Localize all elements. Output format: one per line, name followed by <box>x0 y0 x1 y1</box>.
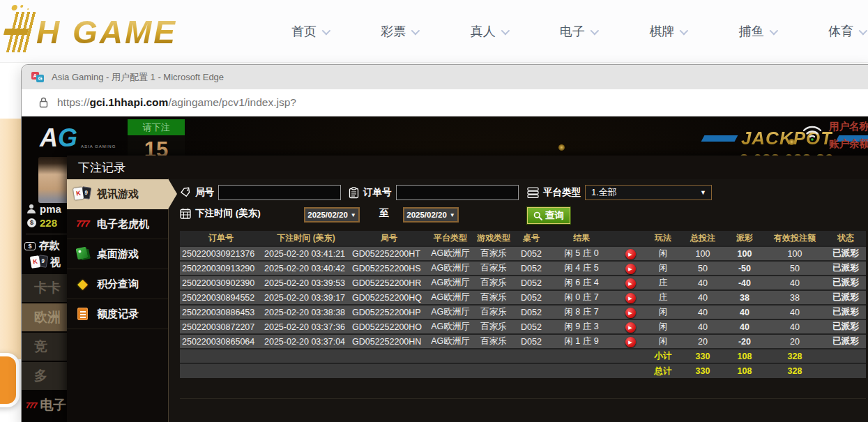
cards-icon: K9 <box>73 186 92 202</box>
cell-video: ▶ <box>615 261 646 276</box>
cell-status: 已派彩 <box>825 261 866 276</box>
cell-video: ▶ <box>615 246 646 261</box>
totals-payout: 108 <box>725 363 764 378</box>
cell-round-number: GD052252200HP <box>350 305 428 319</box>
address-bar[interactable]: https://gci.1hhapi.com/agingame/pcv1/ind… <box>22 89 868 116</box>
nav-item-label: 棋牌 <box>649 23 674 40</box>
totals-label: 小计 <box>646 349 680 363</box>
floating-widget-button[interactable] <box>0 353 20 407</box>
panel-menu-item-5[interactable]: 额度记录 <box>67 299 168 329</box>
cell-payout: 40 <box>725 319 764 334</box>
column-header: 局号 <box>350 231 428 246</box>
column-header: 桌号 <box>515 231 548 246</box>
logo-stripes-decor <box>6 12 37 52</box>
slots-777-icon: 777 <box>73 216 92 232</box>
site-logo[interactable]: H GAME <box>11 6 177 59</box>
cell-table-number: D052 <box>515 276 548 290</box>
cell-bet-on: 闲 <box>646 261 680 276</box>
cell-result: 闲 4 庄 5 <box>548 261 615 276</box>
nav-item-2[interactable]: 彩票 <box>381 23 418 40</box>
cell-total-bet: 40 <box>680 276 725 290</box>
video-games-link[interactable]: K9 视 <box>30 255 61 270</box>
cell-total-bet: 40 <box>680 319 725 334</box>
panel-menu-label: 额度记录 <box>97 308 139 321</box>
nav-item-3[interactable]: 真人 <box>471 23 508 40</box>
panel-menu-item-4[interactable]: ◆积分查询 <box>67 269 168 299</box>
round-number-input[interactable] <box>218 185 341 200</box>
nav-item-6[interactable]: 捕鱼 <box>739 23 776 40</box>
cell-empty <box>825 349 866 363</box>
play-video-button[interactable]: ▶ <box>625 293 636 303</box>
cell-result: 闲 5 庄 0 <box>548 246 615 261</box>
panel-menu-item-3[interactable]: 桌面游戏 <box>67 239 168 269</box>
chevron-down-icon <box>859 26 868 35</box>
cell-video: ▶ <box>615 305 646 319</box>
cell-status: 已派彩 <box>825 276 866 290</box>
nav-item-label: 体育 <box>828 23 853 40</box>
cell-valid-bet: 50 <box>764 261 825 276</box>
lobby-menu-label: 欧洲 <box>34 308 61 326</box>
jackpot-wing-left <box>701 135 738 142</box>
cell-game-type: 百家乐 <box>473 246 515 261</box>
cell-total-bet: 50 <box>680 261 725 276</box>
nav-item-label: 真人 <box>471 23 496 40</box>
cell-game-type: 百家乐 <box>473 276 515 290</box>
play-video-button[interactable]: ▶ <box>625 322 636 333</box>
totals-payout: 108 <box>725 349 764 363</box>
search-button[interactable]: 查询 <box>527 207 570 224</box>
deposit-link[interactable]: $ 存款 <box>24 239 60 253</box>
panel-menu-item-1[interactable]: K9视讯游戏 <box>67 179 168 209</box>
round-filter: 局号 <box>180 185 341 200</box>
nav-item-4[interactable]: 电子 <box>560 23 597 40</box>
cell-total-bet: 20 <box>680 334 725 349</box>
cell-status: 已派彩 <box>825 246 866 261</box>
play-video-button[interactable]: ▶ <box>625 264 636 274</box>
table-header-row: 订单号下注时间 (美东)局号平台类型游戏类型桌号结果玩法总投注派彩有效投注额状态 <box>180 231 866 246</box>
cell-result: 闲 8 庄 7 <box>548 305 615 319</box>
platform-filter: 平台类型 1.全部 <box>527 185 712 200</box>
play-video-button[interactable]: ▶ <box>625 308 636 318</box>
site-header: H GAME 首页彩票真人电子棋牌捕鱼体育 <box>0 0 868 63</box>
column-header: 总投注 <box>680 231 725 246</box>
url-text: https://gci.1hhapi.com/agingame/pcv1/ind… <box>57 96 296 109</box>
nav-item-1[interactable]: 首页 <box>291 23 328 40</box>
nav-item-5[interactable]: 棋牌 <box>649 23 686 40</box>
cell-status: 已派彩 <box>825 334 866 349</box>
order-number-input[interactable] <box>396 185 519 200</box>
totals-bet: 330 <box>680 349 725 363</box>
platform-type-select[interactable]: 1.全部 <box>585 185 712 200</box>
cell-bet-on: 闲 <box>646 334 680 349</box>
totals-valid: 328 <box>764 349 825 363</box>
play-video-button[interactable]: ▶ <box>625 278 636 289</box>
column-header: 平台类型 <box>428 231 473 246</box>
panel-content: 局号 订单号 <box>169 179 868 422</box>
column-header: 游戏类型 <box>473 231 515 246</box>
table-row: 2502200308650642025-02-20 03:37:04GD0522… <box>180 334 866 349</box>
panel-title: 下注记录 <box>67 156 868 179</box>
cell-result: 闲 0 庄 7 <box>548 290 615 305</box>
order-filter: 订单号 <box>349 185 519 200</box>
username-row: pma <box>27 203 61 215</box>
cell-table-number: D052 <box>515 290 548 305</box>
table-row: 2502200308945522025-02-20 03:39:17GD0522… <box>180 290 866 305</box>
totals-bet: 330 <box>680 363 725 378</box>
play-video-button[interactable]: ▶ <box>625 249 636 259</box>
cell-valid-bet: 40 <box>764 305 825 319</box>
cell-platform: AG欧洲厅 <box>428 319 473 334</box>
lobby-menu-label: 卡卡 <box>34 279 61 297</box>
date-from-select[interactable]: 2025/02/20 <box>304 207 360 223</box>
panel-menu-label: 积分查询 <box>97 278 139 291</box>
cell-round-number: GD052252200HQ <box>350 290 428 305</box>
column-header: 结果 <box>548 231 615 246</box>
user-info-label: 用户名称 <box>829 120 868 133</box>
column-header: 订单号 <box>180 231 262 246</box>
cell-platform: AG欧洲厅 <box>428 276 473 290</box>
play-video-button[interactable]: ▶ <box>625 337 636 347</box>
nav-item-7[interactable]: 体育 <box>828 23 865 40</box>
panel-menu-item-2[interactable]: 777电子老虎机 <box>67 209 168 239</box>
date-to-select[interactable]: 2025/02/20 <box>403 207 459 223</box>
cell-valid-bet: 40 <box>764 319 825 334</box>
user-info-label: 账户余额 <box>829 137 868 151</box>
cell-bet-on: 闲 <box>646 246 680 261</box>
page-background <box>0 119 21 359</box>
